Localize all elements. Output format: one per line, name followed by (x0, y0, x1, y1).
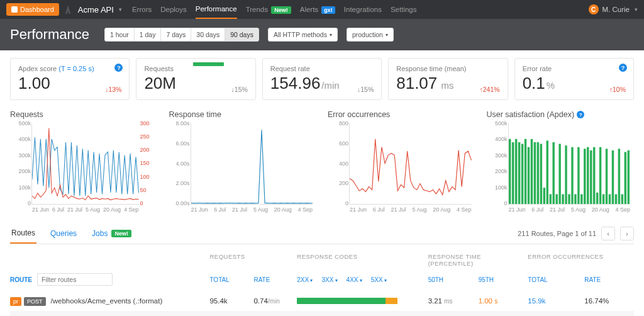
col-err-rate[interactable]: RATE (584, 276, 601, 283)
chart-title: Response time (169, 110, 317, 119)
err-total: 15.9k (528, 297, 584, 305)
kpi-delta: ↑10% (609, 86, 626, 93)
col-5xx[interactable]: 5XX (371, 276, 387, 283)
svg-rect-35 (618, 149, 619, 204)
table-row[interactable]: prPOST/webhooks/Acme_events (.:format)95… (10, 291, 634, 311)
svg-rect-10 (540, 144, 541, 204)
svg-rect-17 (562, 195, 564, 204)
svg-rect-21 (574, 195, 576, 204)
chart-title: User satisfaction (Apdex)? (487, 110, 635, 119)
svg-rect-36 (621, 195, 623, 204)
col-err-total[interactable]: TOTAL (528, 276, 584, 283)
page-header: Performance 1 hour 1 day 7 days 30 days … (0, 19, 644, 50)
tab-queries[interactable]: Queries (49, 224, 78, 243)
x-axis: 21 Jun6 Jul21 Jul5 Aug20 Aug4 Sep (509, 206, 631, 213)
time-range-group: 1 hour 1 day 7 days 30 days 90 days (104, 28, 259, 42)
chart-apdex[interactable]: User satisfaction (Apdex)? 500k400k300k2… (487, 110, 635, 205)
tab-jobs-label: Jobs (92, 229, 108, 238)
info-icon[interactable]: ? (114, 64, 123, 72)
pager-next-button[interactable]: › (620, 227, 634, 240)
chart-title: Requests (10, 110, 158, 119)
kpi-delta: ↓13% (105, 86, 121, 93)
range-1day[interactable]: 1 day (134, 28, 162, 42)
chevron-down-icon: ▾ (635, 6, 638, 13)
range-90days[interactable]: 90 days (225, 28, 259, 42)
col-4xx[interactable]: 4XX (347, 276, 362, 283)
kpi-error-rate[interactable]: Error rate 0.1% ? ↑10% (514, 58, 634, 100)
col-p50[interactable]: 50TH (428, 276, 479, 283)
col-p95[interactable]: 95TH (479, 276, 494, 283)
group-codes: RESPONSE CODES (297, 253, 428, 267)
pager-prev-button[interactable]: ‹ (601, 227, 615, 240)
new-badge: New! (111, 230, 131, 237)
svg-rect-20 (571, 147, 573, 204)
kpi-requests[interactable]: Requests 20M ↓15% (136, 58, 255, 100)
svg-rect-33 (611, 150, 613, 204)
svg-rect-3 (518, 142, 519, 204)
app-switcher[interactable]: Acme API ▾ (65, 5, 122, 14)
nav-performance[interactable]: Performance (196, 0, 237, 19)
svg-rect-37 (624, 152, 626, 204)
tab-jobs[interactable]: JobsNew! (91, 224, 133, 243)
y-axis-right: 300250200150100500 (140, 120, 157, 206)
col-req-rate[interactable]: RATE (253, 276, 270, 283)
kpi-delta: ↑241% (480, 86, 500, 93)
svg-rect-28 (596, 193, 597, 204)
y-axis-left: 500k400k300k200k100k0 (489, 120, 508, 206)
tab-routes[interactable]: Routes (10, 223, 36, 244)
kpi-request-rate[interactable]: Request rate 154.96/min ↓15% (262, 58, 382, 100)
svg-rect-25 (587, 147, 589, 204)
svg-rect-4 (521, 144, 523, 204)
kpi-apdex[interactable]: Apdex score (T = 0.25 s) 1.00 ? ↓13% (10, 58, 130, 100)
p95: 1.00 s (479, 297, 498, 305)
chevron-down-icon: ▾ (330, 32, 332, 38)
chart-requests[interactable]: Requests 500k400k300k200k100k0 300250200… (10, 110, 158, 205)
nav-deploys[interactable]: Deploys (160, 1, 187, 18)
svg-rect-26 (590, 150, 592, 204)
environment-filter[interactable]: production▾ (347, 28, 394, 42)
svg-rect-2 (514, 139, 516, 204)
kpi-row: Apdex score (T = 0.25 s) 1.00 ? ↓13% Req… (0, 50, 644, 108)
col-route[interactable]: ROUTE (10, 276, 32, 283)
col-req-total[interactable]: TOTAL (209, 276, 253, 283)
kpi-label: Response time (mean) (396, 65, 499, 72)
kpi-response-time[interactable]: Response time (mean) 81.07 ms ↑241% (388, 58, 508, 100)
chart-title: Error occurrences (328, 110, 475, 119)
svg-rect-34 (614, 195, 616, 204)
range-7days[interactable]: 7 days (160, 28, 191, 42)
req-rate: 0.74/min (253, 297, 279, 305)
nav-alerts[interactable]: Alerts gx! (300, 1, 335, 18)
dashboard-button[interactable]: Dashboard (6, 3, 59, 16)
user-menu[interactable]: C M. Curie ▾ (589, 4, 638, 14)
p50: 3.21 ms (428, 297, 479, 305)
err-rate: 16.74% (584, 297, 609, 305)
col-3xx[interactable]: 3XX (321, 276, 337, 283)
chart-response-time[interactable]: Response time 8.00s6.00s4.00s2.00s0.00s … (169, 110, 317, 205)
info-icon[interactable]: ? (577, 111, 584, 118)
svg-rect-23 (580, 195, 582, 204)
svg-rect-8 (533, 142, 535, 204)
y-axis-left: 8006004002000 (330, 120, 348, 206)
col-2xx[interactable]: 2XX (297, 276, 313, 283)
filter-routes-input[interactable] (37, 273, 113, 286)
kpi-delta: ↓15% (231, 86, 248, 93)
nav-integrations[interactable]: Integrations (344, 1, 382, 18)
y-axis-left: 8.00s6.00s4.00s2.00s0.00s (171, 120, 190, 206)
info-icon[interactable]: ? (619, 64, 627, 72)
http-method-filter[interactable]: All HTTP methods▾ (268, 28, 338, 42)
routes-table-section: Routes Queries JobsNew! 211 Routes, Page… (0, 211, 644, 316)
range-1hour[interactable]: 1 hour (104, 28, 135, 42)
svg-rect-14 (552, 142, 554, 204)
chart-errors[interactable]: Error occurrences 8006004002000 21 Jun6 … (328, 110, 475, 205)
sparkline (193, 62, 223, 66)
table-row[interactable]: prPOST/api/v9/anvil/project (.:format)3.… (10, 311, 634, 316)
pager: 211 Routes, Page 1 of 11 ‹ › (518, 227, 634, 240)
group-response-time: RESPONSE TIME (PERCENTILE) (428, 253, 528, 267)
nav-errors[interactable]: Errors (132, 1, 152, 18)
svg-rect-32 (608, 195, 610, 204)
dashboard-icon (11, 6, 18, 13)
range-30days[interactable]: 30 days (191, 28, 225, 42)
nav-settings[interactable]: Settings (391, 1, 417, 18)
nav-trends[interactable]: Trends New! (246, 1, 291, 18)
page-title: Performance (10, 26, 89, 43)
